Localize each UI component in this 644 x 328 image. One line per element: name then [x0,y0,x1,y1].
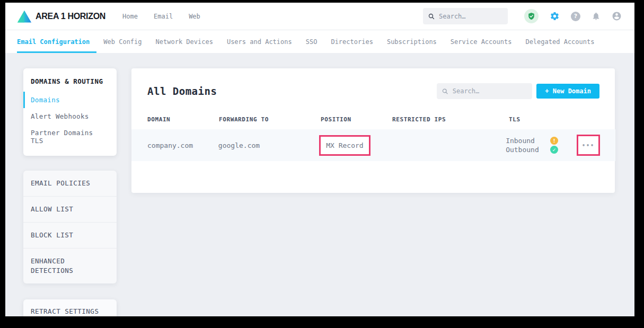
page-title: All Domains [147,85,217,97]
logo-triangle-icon [17,10,32,23]
top-navigation: Home Email Web [122,13,200,20]
help-button[interactable]: ? [571,12,580,21]
column-domain: DOMAIN [147,116,219,123]
config-tabbar: Email Configuration Web Config Network D… [5,30,634,53]
topbar-right: ? [423,8,622,24]
tab-service-accounts[interactable]: Service Accounts [444,30,519,53]
row-menu-button[interactable]: ••• [582,143,595,148]
sidebar-item-domains[interactable]: Domains [23,92,117,108]
table-header: DOMAIN FORWARDING TO POSITION RESTRICTED… [147,116,599,123]
panel-header: All Domains + New Domain [147,83,599,99]
sidebar: DOMAINS & ROUTING Domains Alert Webhooks… [23,68,117,316]
tab-delegated-accounts[interactable]: Delegated Accounts [518,30,601,53]
protection-status-button[interactable] [524,9,539,23]
tls-outbound-line: Outbound ✓ [506,146,574,154]
tab-directories[interactable]: Directories [324,30,380,53]
new-domain-button[interactable]: + New Domain [536,84,599,99]
all-domains-panel: All Domains + New Domain DOMAIN FORWARDI… [131,68,615,193]
tab-subscriptions[interactable]: Subscriptions [380,30,444,53]
global-search-input[interactable] [439,13,502,20]
cell-forwarding-to: google.com [218,141,319,149]
logo-text: AREA 1 HORIZON [36,12,105,21]
sidebar-item-enhanced-detections[interactable]: ENHANCED DETECTIONS [23,249,117,283]
sidebar-item-retract-settings[interactable]: RETRACT SETTINGS [23,299,117,316]
cell-domain: company.com [147,141,218,149]
shield-check-icon [527,12,535,20]
domains-search-input[interactable] [453,87,527,95]
settings-gear-icon [550,11,560,21]
tls-inbound-label: Inbound [506,137,550,145]
app-window: AREA 1 HORIZON Home Email Web [5,3,634,316]
search-icon [428,13,435,20]
email-policies-card: EMAIL POLICIES ALLOW LIST BLOCK LIST ENH… [23,171,117,283]
search-icon [442,88,448,95]
topnav-email[interactable]: Email [154,13,173,20]
column-forwarding-to: FORWARDING TO [219,116,321,123]
cell-tls: Inbound ! Outbound ✓ [506,136,574,155]
notifications-bell-icon [592,12,601,21]
column-position: POSITION [321,116,392,123]
domains-routing-heading: DOMAINS & ROUTING [23,77,117,85]
table-row: company.com google.com MX Record Inbound… [131,129,615,161]
sidebar-item-email-policies[interactable]: EMAIL POLICIES [23,171,117,197]
column-tls: TLS [509,116,578,123]
sidebar-item-block-list[interactable]: BLOCK LIST [23,223,117,249]
global-search[interactable] [423,8,508,24]
tls-outbound-check-icon: ✓ [550,146,558,154]
column-actions [578,116,599,123]
tls-outbound-label: Outbound [506,146,550,154]
topbar: AREA 1 HORIZON Home Email Web [5,3,634,30]
row-actions-annotation-highlight: ••• [577,135,600,156]
account-button[interactable] [612,11,622,21]
tab-sso[interactable]: SSO [299,30,324,53]
tab-network-devices[interactable]: Network Devices [149,30,220,53]
topnav-home[interactable]: Home [122,13,138,20]
tab-web-config[interactable]: Web Config [96,30,148,53]
tab-email-configuration[interactable]: Email Configuration [17,30,96,53]
account-icon [612,11,622,21]
logo[interactable]: AREA 1 HORIZON [17,10,105,23]
domains-routing-card: DOMAINS & ROUTING Domains Alert Webhooks… [23,68,117,156]
column-restricted-ips: RESTRICTED IPS [392,116,509,123]
sidebar-item-partner-domains-tls[interactable]: Partner Domains TLS [23,125,117,149]
sidebar-item-allow-list[interactable]: ALLOW LIST [23,197,117,223]
topnav-web[interactable]: Web [189,13,200,20]
tls-inbound-line: Inbound ! [506,137,574,145]
cell-position: MX Record [319,135,390,156]
content-area: DOMAINS & ROUTING Domains Alert Webhooks… [5,53,634,316]
position-value: MX Record [326,141,363,149]
settings-button[interactable] [550,11,560,21]
position-annotation-highlight: MX Record [319,135,370,156]
help-icon: ? [574,13,577,20]
notifications-button[interactable] [592,12,601,21]
tab-users-and-actions[interactable]: Users and Actions [220,30,299,53]
tls-inbound-warning-icon: ! [550,137,558,145]
domains-search[interactable] [437,83,532,99]
sidebar-item-alert-webhooks[interactable]: Alert Webhooks [23,108,117,125]
cell-actions: ••• [574,135,600,156]
